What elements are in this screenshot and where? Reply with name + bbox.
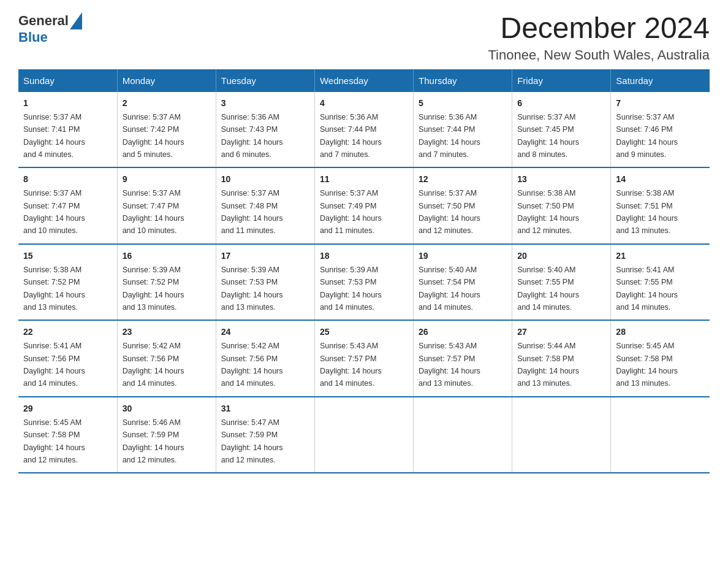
calendar-cell [414, 397, 512, 473]
calendar-cell: 24Sunrise: 5:42 AMSunset: 7:56 PMDayligh… [216, 320, 314, 397]
day-number: 8 [23, 173, 112, 186]
calendar-week-row: 15Sunrise: 5:38 AMSunset: 7:52 PMDayligh… [18, 244, 710, 321]
logo-flag-icon [70, 12, 82, 29]
calendar-cell: 28Sunrise: 5:45 AMSunset: 7:58 PMDayligh… [611, 320, 710, 397]
page-header: General Blue December 2024 Tinonee, New … [18, 12, 710, 63]
calendar-cell: 27Sunrise: 5:44 AMSunset: 7:58 PMDayligh… [512, 320, 611, 397]
header-monday: Monday [117, 69, 216, 92]
day-info: Sunrise: 5:41 AMSunset: 7:56 PMDaylight:… [23, 342, 85, 388]
day-number: 9 [123, 173, 211, 186]
calendar-cell: 17Sunrise: 5:39 AMSunset: 7:53 PMDayligh… [216, 244, 314, 321]
day-info: Sunrise: 5:44 AMSunset: 7:58 PMDaylight:… [517, 342, 579, 388]
day-info: Sunrise: 5:36 AMSunset: 7:44 PMDaylight:… [320, 113, 382, 159]
day-info: Sunrise: 5:36 AMSunset: 7:43 PMDaylight:… [221, 113, 283, 159]
day-number: 10 [221, 173, 309, 186]
calendar-cell: 3Sunrise: 5:36 AMSunset: 7:43 PMDaylight… [216, 92, 314, 168]
day-info: Sunrise: 5:43 AMSunset: 7:57 PMDaylight:… [419, 342, 480, 388]
day-info: Sunrise: 5:37 AMSunset: 7:45 PMDaylight:… [517, 113, 579, 159]
day-info: Sunrise: 5:37 AMSunset: 7:49 PMDaylight:… [320, 189, 382, 235]
calendar-cell [512, 397, 611, 473]
day-number: 26 [419, 326, 507, 339]
day-number: 30 [123, 402, 211, 415]
calendar-cell: 8Sunrise: 5:37 AMSunset: 7:47 PMDaylight… [18, 167, 117, 244]
day-info: Sunrise: 5:37 AMSunset: 7:42 PMDaylight:… [123, 113, 184, 159]
day-info: Sunrise: 5:40 AMSunset: 7:55 PMDaylight:… [517, 266, 579, 312]
day-info: Sunrise: 5:42 AMSunset: 7:56 PMDaylight:… [123, 342, 184, 388]
calendar-cell: 9Sunrise: 5:37 AMSunset: 7:47 PMDaylight… [117, 167, 216, 244]
logo: General Blue [18, 12, 82, 45]
header-sunday: Sunday [18, 69, 117, 92]
calendar-cell: 26Sunrise: 5:43 AMSunset: 7:57 PMDayligh… [414, 320, 512, 397]
day-info: Sunrise: 5:37 AMSunset: 7:41 PMDaylight:… [23, 113, 85, 159]
calendar-cell [611, 397, 710, 473]
location-subtitle: Tinonee, New South Wales, Australia [488, 47, 710, 63]
day-number: 18 [320, 250, 408, 262]
day-info: Sunrise: 5:40 AMSunset: 7:54 PMDaylight:… [419, 266, 480, 312]
day-number: 17 [221, 250, 309, 262]
day-info: Sunrise: 5:37 AMSunset: 7:50 PMDaylight:… [419, 189, 480, 235]
day-info: Sunrise: 5:38 AMSunset: 7:50 PMDaylight:… [517, 189, 579, 235]
calendar-cell [314, 397, 413, 473]
calendar-cell: 11Sunrise: 5:37 AMSunset: 7:49 PMDayligh… [314, 167, 413, 244]
calendar-cell: 4Sunrise: 5:36 AMSunset: 7:44 PMDaylight… [314, 92, 413, 168]
day-info: Sunrise: 5:37 AMSunset: 7:48 PMDaylight:… [221, 189, 283, 235]
calendar-week-row: 22Sunrise: 5:41 AMSunset: 7:56 PMDayligh… [18, 320, 710, 397]
day-info: Sunrise: 5:39 AMSunset: 7:52 PMDaylight:… [123, 266, 184, 312]
day-info: Sunrise: 5:45 AMSunset: 7:58 PMDaylight:… [23, 418, 85, 464]
calendar-cell: 29Sunrise: 5:45 AMSunset: 7:58 PMDayligh… [18, 397, 117, 473]
day-number: 5 [419, 97, 507, 110]
day-number: 15 [23, 250, 112, 262]
calendar-cell: 30Sunrise: 5:46 AMSunset: 7:59 PMDayligh… [117, 397, 216, 473]
day-number: 24 [221, 326, 309, 339]
calendar-cell: 7Sunrise: 5:37 AMSunset: 7:46 PMDaylight… [611, 92, 710, 168]
calendar-cell: 21Sunrise: 5:41 AMSunset: 7:55 PMDayligh… [611, 244, 710, 321]
day-info: Sunrise: 5:42 AMSunset: 7:56 PMDaylight:… [221, 342, 283, 388]
header-tuesday: Tuesday [216, 69, 314, 92]
day-number: 29 [23, 402, 112, 415]
day-number: 11 [320, 173, 408, 186]
day-number: 27 [517, 326, 605, 339]
day-number: 4 [320, 97, 408, 110]
header-saturday: Saturday [611, 69, 710, 92]
day-number: 22 [23, 326, 112, 339]
day-number: 3 [221, 97, 309, 110]
day-info: Sunrise: 5:47 AMSunset: 7:59 PMDaylight:… [221, 418, 283, 464]
calendar-cell: 23Sunrise: 5:42 AMSunset: 7:56 PMDayligh… [117, 320, 216, 397]
header-friday: Friday [512, 69, 611, 92]
calendar-table: SundayMondayTuesdayWednesdayThursdayFrid… [18, 69, 710, 474]
calendar-cell: 14Sunrise: 5:38 AMSunset: 7:51 PMDayligh… [611, 167, 710, 244]
day-number: 25 [320, 326, 408, 339]
month-title: December 2024 [488, 12, 710, 45]
calendar-cell: 25Sunrise: 5:43 AMSunset: 7:57 PMDayligh… [314, 320, 413, 397]
calendar-cell: 6Sunrise: 5:37 AMSunset: 7:45 PMDaylight… [512, 92, 611, 168]
calendar-cell: 5Sunrise: 5:36 AMSunset: 7:44 PMDaylight… [414, 92, 512, 168]
day-number: 13 [517, 173, 605, 186]
day-number: 7 [616, 97, 705, 110]
day-info: Sunrise: 5:43 AMSunset: 7:57 PMDaylight:… [320, 342, 382, 388]
calendar-cell: 15Sunrise: 5:38 AMSunset: 7:52 PMDayligh… [18, 244, 117, 321]
calendar-week-row: 1Sunrise: 5:37 AMSunset: 7:41 PMDaylight… [18, 92, 710, 168]
calendar-cell: 12Sunrise: 5:37 AMSunset: 7:50 PMDayligh… [414, 167, 512, 244]
calendar-cell: 22Sunrise: 5:41 AMSunset: 7:56 PMDayligh… [18, 320, 117, 397]
day-number: 14 [616, 173, 705, 186]
calendar-cell: 2Sunrise: 5:37 AMSunset: 7:42 PMDaylight… [117, 92, 216, 168]
header-thursday: Thursday [414, 69, 512, 92]
calendar-cell: 19Sunrise: 5:40 AMSunset: 7:54 PMDayligh… [414, 244, 512, 321]
calendar-cell: 13Sunrise: 5:38 AMSunset: 7:50 PMDayligh… [512, 167, 611, 244]
day-info: Sunrise: 5:37 AMSunset: 7:47 PMDaylight:… [23, 189, 85, 235]
calendar-cell: 18Sunrise: 5:39 AMSunset: 7:53 PMDayligh… [314, 244, 413, 321]
day-number: 21 [616, 250, 705, 262]
day-info: Sunrise: 5:37 AMSunset: 7:47 PMDaylight:… [123, 189, 184, 235]
day-number: 23 [123, 326, 211, 339]
day-info: Sunrise: 5:39 AMSunset: 7:53 PMDaylight:… [320, 266, 382, 312]
day-number: 6 [517, 97, 605, 110]
day-info: Sunrise: 5:46 AMSunset: 7:59 PMDaylight:… [123, 418, 184, 464]
day-number: 16 [123, 250, 211, 262]
day-number: 1 [23, 97, 112, 110]
day-info: Sunrise: 5:37 AMSunset: 7:46 PMDaylight:… [616, 113, 678, 159]
day-info: Sunrise: 5:36 AMSunset: 7:44 PMDaylight:… [419, 113, 480, 159]
day-number: 2 [123, 97, 211, 110]
title-area: December 2024 Tinonee, New South Wales, … [488, 12, 710, 63]
calendar-header-row: SundayMondayTuesdayWednesdayThursdayFrid… [18, 69, 710, 92]
day-info: Sunrise: 5:45 AMSunset: 7:58 PMDaylight:… [616, 342, 678, 388]
